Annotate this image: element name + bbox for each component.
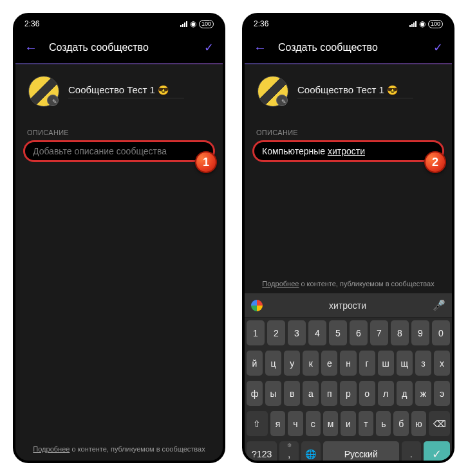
key-н[interactable]: н <box>340 351 356 376</box>
confirm-button[interactable]: ✓ <box>204 41 214 55</box>
key-т[interactable]: т <box>359 411 373 436</box>
page-title: Создать сообщество <box>49 42 192 53</box>
footer-link[interactable]: Подробнее о контенте, публикуемом в сооб… <box>15 441 223 457</box>
edit-avatar-icon[interactable]: ✎ <box>281 98 286 105</box>
community-name-row: ✎ Сообщество Тест 1 😎 <box>245 64 452 118</box>
key-х[interactable]: х <box>434 351 450 376</box>
key-⇧[interactable]: ⇧ <box>247 411 268 436</box>
description-label: ОПИСАНИЕ <box>15 118 223 140</box>
key-4[interactable]: 4 <box>308 320 326 345</box>
avatar[interactable]: ✎ <box>28 76 59 107</box>
back-button[interactable]: ← <box>254 41 267 55</box>
key-3[interactable]: 3 <box>288 320 306 345</box>
key-ю[interactable]: ю <box>411 411 426 436</box>
key-м[interactable]: м <box>323 411 338 436</box>
battery-icon: 100 <box>199 20 214 28</box>
avatar[interactable]: ✎ <box>257 76 288 107</box>
key-к[interactable]: к <box>303 351 319 376</box>
description-input[interactable]: Добавьте описание сообщества 1 <box>23 140 215 162</box>
header: ← Создать сообщество ✓ <box>15 32 223 63</box>
key-у[interactable]: у <box>284 351 300 376</box>
emoji-icon: 😎 <box>387 85 398 95</box>
key-Русский[interactable]: Русский <box>323 441 399 461</box>
key-,[interactable]: , <box>279 441 299 461</box>
key-ы[interactable]: ы <box>265 381 281 406</box>
callout-badge-2: 2 <box>424 151 446 173</box>
page-title: Создать сообщество <box>278 42 422 53</box>
back-button[interactable]: ← <box>24 41 37 55</box>
key-а[interactable]: а <box>303 381 319 406</box>
key-л[interactable]: л <box>378 381 394 406</box>
description-input[interactable]: Компьютерные хитрости 2 <box>252 140 444 162</box>
status-bar: 2:36 ◉ 100 <box>15 15 223 32</box>
key-с[interactable]: с <box>306 411 321 436</box>
key-з[interactable]: з <box>415 351 431 376</box>
key-.[interactable]: . <box>402 441 421 461</box>
clock: 2:36 <box>254 19 268 28</box>
edit-avatar-icon[interactable]: ✎ <box>52 98 57 105</box>
callout-badge-1: 1 <box>195 151 217 173</box>
phone-left: 2:36 ◉ 100 ← Создать сообщество ✓ ✎ Сооб… <box>13 13 225 463</box>
key-✓[interactable]: ✓ <box>424 441 450 461</box>
community-name-row: ✎ Сообщество Тест 1 😎 <box>15 64 223 118</box>
key-б[interactable]: б <box>393 411 408 436</box>
key-ц[interactable]: ц <box>265 351 281 376</box>
signal-icon <box>180 21 187 27</box>
wifi-icon: ◉ <box>419 19 426 28</box>
footer-link[interactable]: Подробнее о контенте, публикуемом в сооб… <box>245 277 452 290</box>
key-и[interactable]: и <box>341 411 355 436</box>
key-ш[interactable]: ш <box>378 351 394 376</box>
key-г[interactable]: г <box>359 351 375 376</box>
key-ь[interactable]: ь <box>376 411 391 436</box>
key-в[interactable]: в <box>284 381 300 406</box>
key-е[interactable]: е <box>321 351 337 376</box>
status-bar: 2:36 ◉ 100 <box>245 15 452 32</box>
mic-icon[interactable]: 🎤 <box>433 299 445 311</box>
community-name-input[interactable]: Сообщество Тест 1 <box>297 84 384 95</box>
key-д[interactable]: д <box>397 381 413 406</box>
key-э[interactable]: э <box>434 381 450 406</box>
key-5[interactable]: 5 <box>329 320 347 345</box>
key-ф[interactable]: ф <box>247 381 263 406</box>
key-⌫[interactable]: ⌫ <box>429 411 450 436</box>
key-9[interactable]: 9 <box>411 320 429 345</box>
google-icon[interactable] <box>251 300 263 311</box>
community-name-input[interactable]: Сообщество Тест 1 <box>68 84 155 95</box>
clock: 2:36 <box>24 19 39 28</box>
key-2[interactable]: 2 <box>267 320 285 345</box>
key-щ[interactable]: щ <box>397 351 413 376</box>
key-0[interactable]: 0 <box>432 320 450 345</box>
key-п[interactable]: п <box>321 381 337 406</box>
key-6[interactable]: 6 <box>350 320 368 345</box>
wifi-icon: ◉ <box>190 19 196 28</box>
key-р[interactable]: р <box>340 381 356 406</box>
key-?123[interactable]: ?123 <box>247 441 277 461</box>
key-й[interactable]: й <box>247 351 263 376</box>
key-1[interactable]: 1 <box>247 320 265 345</box>
key-🌐[interactable]: 🌐 <box>301 441 321 461</box>
emoji-icon: 😎 <box>158 85 169 95</box>
keyboard[interactable]: хитрости 🎤 1234567890 йцукенгшщзх фывапр… <box>245 293 452 461</box>
phone-right: 2:36 ◉ 100 ← Создать сообщество ✓ ✎ Сооб… <box>242 13 454 463</box>
header: ← Создать сообщество ✓ <box>245 32 452 63</box>
confirm-button[interactable]: ✓ <box>433 41 443 55</box>
key-7[interactable]: 7 <box>370 320 388 345</box>
key-ж[interactable]: ж <box>415 381 431 406</box>
description-label: ОПИСАНИЕ <box>245 118 452 140</box>
key-8[interactable]: 8 <box>391 320 409 345</box>
battery-icon: 100 <box>428 20 443 28</box>
key-о[interactable]: о <box>359 381 375 406</box>
signal-icon <box>409 21 417 27</box>
key-ч[interactable]: ч <box>288 411 303 436</box>
suggestion[interactable]: хитрости <box>269 300 426 311</box>
key-я[interactable]: я <box>270 411 285 436</box>
